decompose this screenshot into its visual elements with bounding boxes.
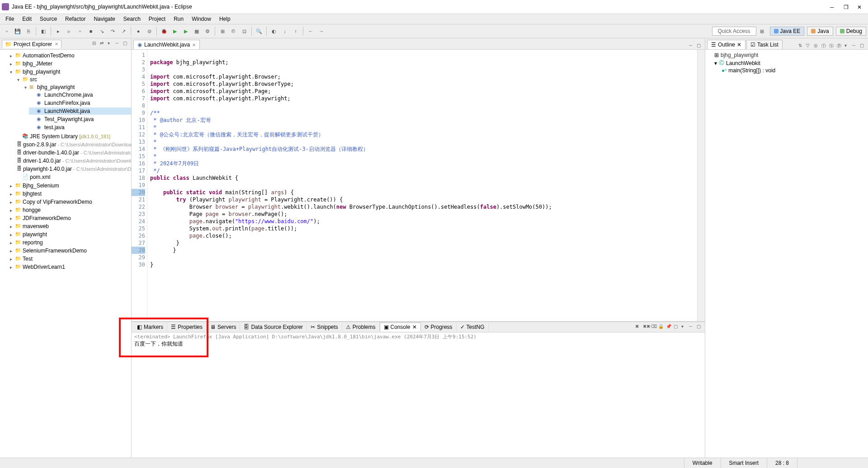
bottom-tab-problems[interactable]: ⚠Problems: [342, 323, 380, 331]
new-button[interactable]: ▫: [2, 26, 12, 36]
tree-item[interactable]: ▸📁Test: [7, 255, 131, 262]
close-tab-icon[interactable]: ✕: [412, 324, 417, 330]
menu-search[interactable]: Search: [121, 15, 143, 23]
coverage-button[interactable]: ▦: [192, 26, 202, 36]
tree-item[interactable]: ▸📁mavenweb: [7, 223, 131, 230]
open-perspective-button[interactable]: ⊞: [757, 26, 767, 36]
bottom-tab-snippets[interactable]: ✂Snippets: [307, 323, 342, 331]
close-tab-icon[interactable]: ✕: [192, 42, 196, 47]
step-return-button[interactable]: ↗: [118, 26, 128, 36]
tree-item[interactable]: 🗄driver-bundle-1.40.0.jar - C:\Users\Adm…: [14, 149, 131, 156]
minimize-bottom-icon[interactable]: ─: [689, 324, 695, 330]
step-into-button[interactable]: ↘: [97, 26, 107, 36]
tree-item[interactable]: ▸📁WebDriverLearn1: [7, 263, 131, 271]
view-menu-icon[interactable]: ▾: [108, 41, 114, 47]
maximize-button[interactable]: ❐: [844, 4, 849, 9]
prev-annotation-button[interactable]: ↑: [291, 26, 301, 36]
menu-refactor[interactable]: Refactor: [62, 15, 88, 23]
maximize-editor-icon[interactable]: ▢: [697, 43, 703, 49]
new-package-button[interactable]: ⊞: [217, 26, 227, 36]
minimize-editor-icon[interactable]: ─: [689, 43, 695, 49]
step-over-button[interactable]: ↷: [108, 26, 118, 36]
toggle-mark-button[interactable]: ◐: [269, 26, 279, 36]
tree-item[interactable]: ◉LaunchWebkit.java: [29, 108, 131, 115]
focus-icon[interactable]: ◎: [814, 43, 820, 49]
run-button[interactable]: ▶: [170, 26, 180, 36]
minimize-outline-icon[interactable]: ─: [852, 43, 859, 49]
editor-tab-launchwebkit[interactable]: ◉ LaunchWebkit.java ✕: [133, 40, 200, 49]
close-outline-icon[interactable]: ✕: [737, 42, 741, 48]
tree-item[interactable]: ▸📁reportng: [7, 239, 131, 246]
tasklist-tab[interactable]: ☑ Task List: [746, 40, 783, 49]
run-last-button[interactable]: ▶: [181, 26, 191, 36]
tree-item[interactable]: 🗄playwright-1.40.0.jar - C:\Users\Admini…: [14, 165, 131, 173]
remove-all-icon[interactable]: ✖✖: [643, 324, 649, 330]
outline-package[interactable]: ⊞bjhg_playwright: [714, 52, 866, 58]
suspend-button[interactable]: ▫: [75, 26, 85, 36]
bottom-tab-data-source-explorer[interactable]: 🗄Data Source Explorer: [240, 323, 307, 331]
maximize-outline-icon[interactable]: ▢: [860, 43, 866, 49]
perspective-java[interactable]: Java: [807, 27, 833, 36]
bottom-tab-console[interactable]: ▣Console✕: [380, 323, 421, 332]
sort-icon[interactable]: ⇅: [798, 43, 805, 49]
quick-access-input[interactable]: Quick Access: [712, 27, 756, 36]
close-button[interactable]: ✕: [857, 4, 863, 9]
remove-launch-icon[interactable]: ✖: [635, 324, 642, 330]
code-area[interactable]: package bjhg_playwright;import com.micro…: [147, 50, 697, 321]
tree-item[interactable]: ▸📁SeleniumFrameworkDemo: [7, 247, 131, 254]
tree-item[interactable]: ▸📁AutomationTestDemo: [7, 52, 131, 59]
close-view-icon[interactable]: ✕: [55, 42, 58, 47]
project-tree[interactable]: ▸📁AutomationTestDemo▸📁bjhg_JMeter▾📁bjhg_…: [0, 50, 131, 458]
resume-button[interactable]: ▹: [64, 26, 74, 36]
debug-step-button[interactable]: ▸: [53, 26, 63, 36]
menu-project[interactable]: Project: [146, 15, 168, 23]
tree-item[interactable]: ▸📁bjhg_JMeter: [7, 60, 131, 67]
scroll-lock-icon[interactable]: 🔒: [658, 324, 665, 330]
save-button[interactable]: 💾: [13, 26, 23, 36]
hide-nonpublic-icon[interactable]: ⓟ: [837, 43, 843, 49]
bottom-tab-servers[interactable]: 🖥Servers: [207, 323, 240, 331]
tree-item[interactable]: ▾📁bjhg_playwright: [7, 68, 131, 75]
menu-source[interactable]: Source: [37, 15, 60, 23]
minimize-button[interactable]: ─: [830, 4, 835, 9]
display-console-icon[interactable]: ▢: [674, 324, 680, 330]
outline-method-main[interactable]: ●ˢmain(String[]) : void: [722, 67, 866, 74]
open-console-icon[interactable]: ▾: [681, 324, 688, 330]
tree-item[interactable]: ◉LaunchChrome.java: [29, 91, 131, 98]
search-button[interactable]: 🔍: [254, 26, 264, 36]
bottom-tab-markers[interactable]: ◧Markers: [133, 323, 167, 331]
tree-item[interactable]: 🗄gson-2.8.9.jar - C:\Users\Administrator…: [14, 141, 131, 148]
menu-run[interactable]: Run: [171, 15, 186, 23]
tree-item[interactable]: ▸📁bjhgtest: [7, 190, 131, 197]
tree-item[interactable]: 📄pom.xml: [14, 173, 131, 181]
editor-scrollbar[interactable]: [697, 50, 705, 321]
tree-item[interactable]: ▸📁hongge: [7, 206, 131, 214]
back-button[interactable]: ←: [306, 26, 316, 36]
maximize-bottom-icon[interactable]: ▢: [697, 324, 703, 330]
tree-item[interactable]: 📚JRE System Library[jdk1.8.0_181]: [14, 133, 131, 140]
link-editor-icon[interactable]: ⇄: [100, 41, 106, 47]
console-output[interactable]: <terminated> LaunchFirefox [Java Applica…: [132, 332, 705, 458]
outline-tab[interactable]: ☰ Outline ✕: [707, 40, 745, 49]
code-editor[interactable]: 1234567891011121314151617181920212223242…: [132, 50, 705, 322]
maximize-view-icon[interactable]: ▢: [123, 41, 129, 47]
tree-item[interactable]: ▸📁playwright: [7, 231, 131, 238]
forward-button[interactable]: →: [316, 26, 326, 36]
tree-item[interactable]: ◉test.java: [29, 124, 131, 131]
tree-item[interactable]: ▸📁JDFrameworkDemo: [7, 215, 131, 222]
hide-static-icon[interactable]: ⓢ: [829, 43, 835, 49]
tree-item[interactable]: ▸📁Copy of VipFrameworkDemo: [7, 198, 131, 206]
menu-file[interactable]: File: [3, 15, 17, 23]
view-menu-outline-icon[interactable]: ▾: [844, 43, 851, 49]
clear-console-icon[interactable]: ⌫: [651, 324, 657, 330]
tree-item[interactable]: 🗄driver-1.40.0.jar - C:\Users\Administra…: [14, 157, 131, 164]
outline-tree[interactable]: ⊞bjhg_playwright ▾ⒸLaunchWebkit ●ˢmain(S…: [705, 50, 868, 458]
minimize-view-icon[interactable]: ─: [115, 41, 122, 47]
bottom-tab-testng[interactable]: ✓TestNG: [457, 323, 489, 331]
tree-item[interactable]: ◉LaunchFirefox.java: [29, 99, 131, 107]
next-annotation-button[interactable]: ↓: [280, 26, 290, 36]
perspective-java-ee[interactable]: Java EE: [770, 27, 805, 36]
new-server-button[interactable]: ⊡: [239, 26, 249, 36]
menu-edit[interactable]: Edit: [19, 15, 34, 23]
menu-window[interactable]: Window: [189, 15, 214, 23]
